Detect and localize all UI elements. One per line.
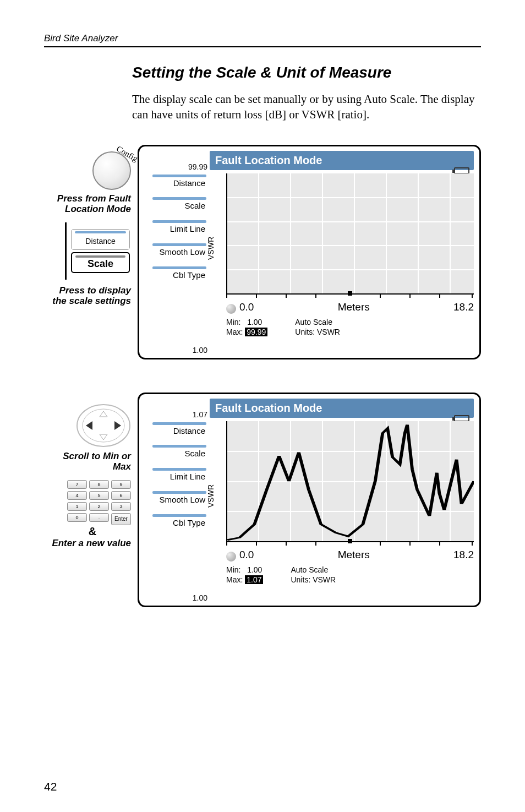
softkey-scale[interactable]: Scale [145, 197, 210, 210]
caption-press-config: Press from Fault Location Mode [44, 193, 131, 215]
min-value: 1.00 [247, 318, 262, 326]
min-label: Min: [226, 318, 240, 326]
arrow-right-icon [114, 421, 121, 430]
mini-softkey-distance[interactable]: Distance [71, 229, 130, 250]
y-axis-label-2: VSWR [206, 484, 215, 508]
x-start-2: 0.0 [239, 549, 254, 560]
softkey-distance-2[interactable]: Distance [145, 422, 210, 435]
min-value-2: 1.00 [247, 565, 262, 574]
screen-title: Fault Location Mode [210, 151, 474, 170]
max-label-2: Max: [226, 575, 243, 584]
mini-softkey-scale[interactable]: Scale [71, 252, 130, 273]
screen-after: Fault Location Mode Distance Scale Limit… [138, 393, 481, 607]
config-hardkey-label: Config [115, 144, 140, 164]
arrow-left-icon [86, 421, 92, 430]
page-number: 42 [44, 780, 57, 793]
units-label: Units: VSWR [295, 327, 340, 337]
softkey-cbl-type-2[interactable]: Cbl Type [145, 514, 210, 527]
units-label-2: Units: VSWR [291, 575, 336, 585]
y-axis-label: VSWR [206, 237, 215, 260]
screen-before: Fault Location Mode Distance Scale Limit… [138, 145, 481, 359]
x-units: Meters [338, 301, 370, 314]
vswr-trace [227, 424, 474, 539]
config-hardkey[interactable]: Config [92, 151, 131, 190]
softkey-limit-line-2[interactable]: Limit Line [145, 468, 210, 481]
mini-softkey-distance-label: Distance [85, 237, 115, 246]
y-min-value: 1.00 [193, 346, 207, 355]
y-min-value-2: 1.00 [193, 593, 207, 602]
max-label: Max: [226, 328, 243, 336]
softkey-list-2: Distance Scale Limit Line Smooth Low Cbl… [145, 418, 210, 598]
mini-softkey-stack: Distance Scale [65, 222, 131, 280]
arrow-down-icon [100, 434, 107, 440]
auto-scale-label: Auto Scale [295, 317, 340, 327]
chart-plot-2 [226, 421, 474, 542]
softkey-scale-2[interactable]: Scale [145, 445, 210, 458]
y-max-value-2: 1.07 [193, 410, 207, 419]
intro-paragraph: The display scale can be set manually or… [132, 91, 481, 123]
ampersand-icon: & [54, 525, 131, 538]
caption-enter-value: Enter a new value [52, 538, 131, 549]
max-value[interactable]: 99.99 [245, 328, 267, 336]
softkey-cbl-type[interactable]: Cbl Type [145, 266, 210, 280]
running-header: Bird Site Analyzer [44, 33, 481, 47]
numeric-keypad[interactable]: 789 456 123 0.Enter & [54, 480, 131, 538]
y-max-value: 99.99 [188, 162, 207, 171]
chart-plot [226, 173, 474, 295]
dpad-control[interactable] [76, 404, 131, 448]
enter-key[interactable]: Enter [111, 513, 131, 525]
arrow-up-icon [100, 411, 107, 417]
softkey-list: Distance Scale Limit Line Smooth Low Cbl… [145, 170, 210, 350]
caption-press-scale: Press to display the scale settings [44, 285, 131, 307]
center-marker-icon [348, 291, 352, 296]
x-end-2: 18.2 [453, 549, 474, 562]
caption-scroll: Scroll to Min or Max [44, 451, 131, 472]
status-led-icon [226, 304, 236, 314]
auto-scale-label-2: Auto Scale [291, 565, 336, 575]
mini-softkey-scale-label: Scale [88, 258, 113, 270]
x-units-2: Meters [338, 549, 370, 562]
x-end: 18.2 [453, 301, 474, 314]
section-title: Setting the Scale & Unit of Measure [132, 64, 481, 81]
softkey-smooth[interactable]: Smooth Low [145, 243, 210, 257]
screen-title-2: Fault Location Mode [210, 399, 474, 418]
x-start: 0.0 [239, 301, 254, 313]
softkey-limit-line[interactable]: Limit Line [145, 220, 210, 233]
min-label-2: Min: [226, 565, 240, 574]
max-value-2[interactable]: 1.07 [245, 575, 263, 584]
status-led-icon-2 [226, 552, 236, 562]
softkey-smooth-2[interactable]: Smooth Low [145, 491, 210, 504]
center-marker-icon-2 [348, 539, 352, 543]
softkey-distance[interactable]: Distance [145, 175, 210, 188]
